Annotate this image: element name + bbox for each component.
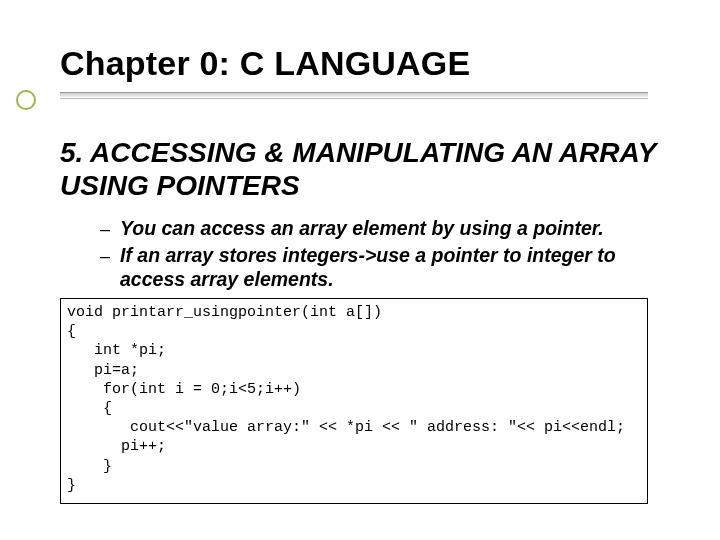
bullet-text: If an array stores integers->use a point… <box>120 243 660 292</box>
bullet-dash-icon: – <box>100 243 120 268</box>
code-block: void printarr_usingpointer(int a[]) { in… <box>60 298 648 504</box>
accent-dot-icon <box>16 90 36 110</box>
list-item: – You can access an array element by usi… <box>100 216 660 241</box>
list-item: – If an array stores integers->use a poi… <box>100 243 660 292</box>
bullet-text: You can access an array element by using… <box>120 216 604 240</box>
bullet-dash-icon: – <box>100 216 120 241</box>
slide: Chapter 0: C LANGUAGE 5. ACCESSING & MAN… <box>0 0 720 540</box>
chapter-title: Chapter 0: C LANGUAGE <box>60 44 470 83</box>
section-heading: 5. ACCESSING & MANIPULATING AN ARRAY USI… <box>60 136 660 202</box>
bullet-list: – You can access an array element by usi… <box>100 216 660 293</box>
title-underline <box>60 92 648 97</box>
